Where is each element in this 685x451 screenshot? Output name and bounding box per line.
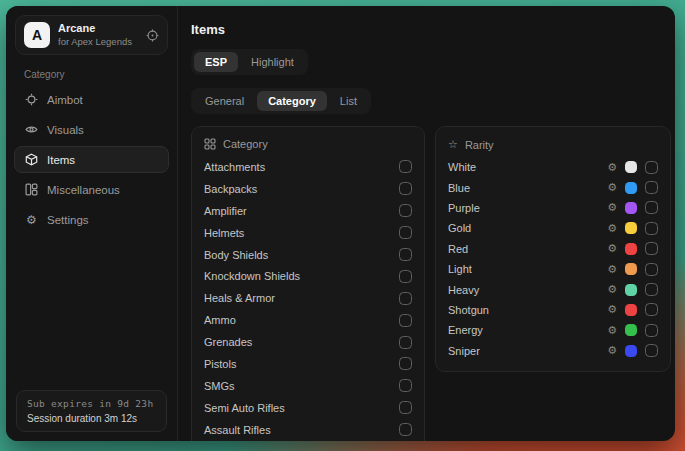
grid-icon (204, 138, 216, 150)
category-label: Assault Rifles (204, 424, 271, 436)
rarity-label: Light (448, 263, 472, 275)
rarity-controls: ⚙ (607, 222, 658, 235)
sidebar-item-label: Visuals (47, 124, 84, 136)
panels-row: Category Attachments Backpacks (191, 126, 671, 441)
checkbox[interactable] (645, 303, 658, 316)
rarity-controls: ⚙ (607, 283, 658, 296)
gear-icon[interactable]: ⚙ (607, 284, 617, 295)
color-swatch[interactable] (625, 202, 637, 214)
app-subtitle: for Apex Legends (58, 36, 138, 48)
checkbox[interactable] (399, 270, 412, 283)
checkbox[interactable] (645, 283, 658, 296)
gear-icon[interactable]: ⚙ (607, 202, 617, 213)
checkbox[interactable] (399, 248, 412, 261)
checkbox[interactable] (645, 181, 658, 194)
view-tab[interactable]: General (194, 91, 255, 111)
sidebar-item[interactable]: Items (14, 146, 169, 173)
view-tab[interactable]: List (329, 91, 368, 111)
checkbox[interactable] (399, 226, 412, 239)
checkbox[interactable] (399, 423, 412, 436)
checkbox[interactable] (399, 379, 412, 392)
checkbox[interactable] (645, 242, 658, 255)
checkbox[interactable] (645, 222, 658, 235)
sidebar: A Arcane for Apex Legends Category (6, 6, 178, 441)
session-duration-text: Session duration 3m 12s (27, 413, 156, 424)
rarity-row: Blue ⚙ (448, 177, 658, 197)
checkbox[interactable] (399, 292, 412, 305)
rarity-controls: ⚙ (607, 242, 658, 255)
gear-icon[interactable]: ⚙ (607, 243, 617, 254)
checkbox[interactable] (645, 324, 658, 337)
rarity-row: White ⚙ (448, 157, 658, 177)
app-logo: A (24, 22, 50, 48)
gear-icon[interactable]: ⚙ (607, 182, 617, 193)
color-swatch[interactable] (625, 222, 637, 234)
sidebar-item[interactable]: ⚙ Settings (14, 206, 169, 233)
color-swatch[interactable] (625, 182, 637, 194)
color-swatch[interactable] (625, 345, 637, 357)
mode-tab[interactable]: Highlight (240, 52, 305, 72)
sidebar-nav: Aimbot Visuals (6, 86, 177, 233)
checkbox[interactable] (399, 357, 412, 370)
rarity-label: White (448, 161, 476, 173)
rarity-label: Gold (448, 222, 471, 234)
sidebar-item[interactable]: Visuals (14, 116, 169, 143)
category-panel-header: Category (204, 138, 412, 150)
target-icon[interactable] (146, 29, 159, 42)
gear-icon[interactable]: ⚙ (607, 325, 617, 336)
rarity-controls: ⚙ (607, 181, 658, 194)
rarity-row: Sniper ⚙ (448, 341, 658, 361)
gear-icon[interactable]: ⚙ (607, 223, 617, 234)
category-label: Knockdown Shields (204, 270, 300, 282)
rarity-label: Heavy (448, 284, 479, 296)
rarity-row: Shotgun ⚙ (448, 300, 658, 320)
view-tab[interactable]: Category (257, 91, 327, 111)
star-icon: ☆ (448, 138, 458, 151)
checkbox[interactable] (399, 204, 412, 217)
checkbox[interactable] (399, 160, 412, 173)
category-row: SMGs (204, 375, 412, 397)
color-swatch[interactable] (625, 284, 637, 296)
rarity-label: Energy (448, 324, 483, 336)
category-row: Heals & Armor (204, 287, 412, 309)
gear-icon[interactable]: ⚙ (607, 264, 617, 275)
color-swatch[interactable] (625, 304, 637, 316)
category-row: Attachments (204, 156, 412, 178)
checkbox[interactable] (645, 201, 658, 214)
view-tabs: General Category List (191, 88, 371, 114)
rarity-controls: ⚙ (607, 263, 658, 276)
category-row: Backpacks (204, 178, 412, 200)
category-row: Helmets (204, 222, 412, 244)
gear-icon[interactable]: ⚙ (607, 162, 617, 173)
checkbox[interactable] (645, 344, 658, 357)
checkbox[interactable] (645, 161, 658, 174)
mode-tab[interactable]: ESP (194, 52, 238, 72)
rarity-row: Purple ⚙ (448, 198, 658, 218)
main-content: Items ESP Highlight General Category Lis… (178, 6, 675, 441)
gear-icon[interactable]: ⚙ (607, 345, 617, 356)
app-name: Arcane (58, 22, 138, 36)
rarity-controls: ⚙ (607, 201, 658, 214)
color-swatch[interactable] (625, 263, 637, 275)
checkbox[interactable] (399, 401, 412, 414)
rarity-panel: ☆ Rarity White ⚙ (435, 126, 671, 372)
rarity-row: Heavy ⚙ (448, 279, 658, 299)
gear-icon[interactable]: ⚙ (607, 304, 617, 315)
checkbox[interactable] (399, 336, 412, 349)
checkbox[interactable] (645, 263, 658, 276)
category-label: Helmets (204, 227, 244, 239)
color-swatch[interactable] (625, 324, 637, 336)
category-label: Grenades (204, 336, 252, 348)
checkbox[interactable] (399, 314, 412, 327)
category-row: Knockdown Shields (204, 265, 412, 287)
sidebar-item[interactable]: Aimbot (14, 86, 169, 113)
category-label: Heals & Armor (204, 292, 275, 304)
category-row: Pistols (204, 353, 412, 375)
rarity-label: Red (448, 243, 468, 255)
sidebar-item[interactable]: Miscellaneous (14, 176, 169, 203)
checkbox[interactable] (399, 182, 412, 195)
rarity-controls: ⚙ (607, 161, 658, 174)
color-swatch[interactable] (625, 161, 637, 173)
category-row: Body Shields (204, 244, 412, 266)
color-swatch[interactable] (625, 243, 637, 255)
